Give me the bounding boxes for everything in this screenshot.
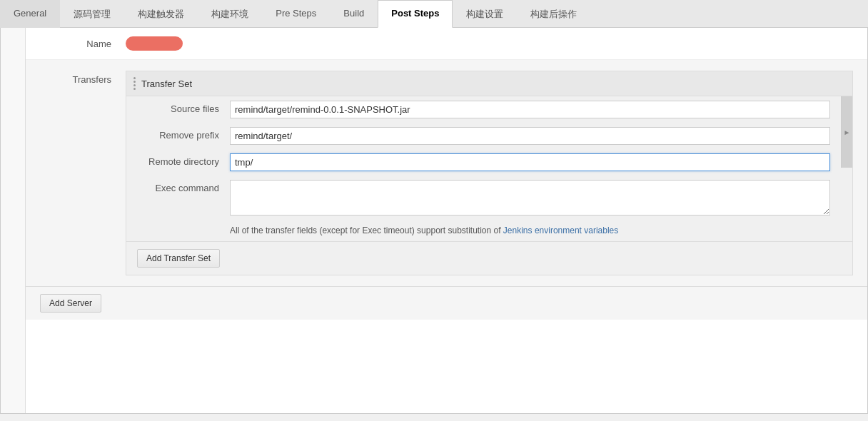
exec-command-row: Exec command bbox=[126, 176, 841, 220]
source-files-row: Source files bbox=[126, 96, 841, 123]
remove-prefix-row: Remove prefix bbox=[126, 123, 841, 149]
expand-arrow-icon[interactable]: ► bbox=[841, 96, 852, 168]
tab-build-settings[interactable]: 构建设置 bbox=[453, 0, 517, 28]
add-transfer-set-button[interactable]: Add Transfer Set bbox=[137, 249, 220, 268]
content-area: Name Transfers Transfer Set bbox=[0, 28, 868, 414]
name-row: Name bbox=[26, 28, 867, 60]
tab-build-trigger[interactable]: 构建触发器 bbox=[124, 0, 198, 28]
add-server-area: Add Server bbox=[26, 286, 867, 320]
tab-build[interactable]: Build bbox=[330, 0, 378, 28]
add-transfer-set-area: Add Transfer Set bbox=[126, 241, 852, 275]
transfer-set-header: Transfer Set bbox=[126, 71, 852, 96]
left-sidebar bbox=[1, 28, 26, 413]
tab-build-env[interactable]: 构建环境 bbox=[198, 0, 262, 28]
remote-directory-input[interactable] bbox=[230, 153, 830, 171]
jenkins-env-vars-link[interactable]: Jenkins environment variables bbox=[503, 225, 618, 235]
help-text: All of the transfer fields (except for E… bbox=[126, 220, 841, 241]
remove-prefix-label: Remove prefix bbox=[137, 127, 230, 141]
help-text-prefix: All of the transfer fields (except for E… bbox=[230, 225, 503, 235]
transfer-fields-area: Source files Remove prefix Remote direct… bbox=[126, 96, 841, 241]
main-content: Name Transfers Transfer Set bbox=[26, 28, 867, 413]
transfer-set-container: Transfer Set Source files Remove prefi bbox=[126, 71, 853, 275]
tab-source-mgmt[interactable]: 源码管理 bbox=[60, 0, 124, 28]
name-value-badge bbox=[126, 36, 183, 51]
tab-general[interactable]: General bbox=[0, 0, 60, 28]
transfers-row: Transfers Transfer Set bbox=[26, 60, 867, 286]
tab-pre-steps[interactable]: Pre Steps bbox=[262, 0, 330, 28]
remote-directory-row: Remote directory bbox=[126, 149, 841, 176]
source-files-label: Source files bbox=[137, 101, 230, 114]
transfers-label: Transfers bbox=[40, 71, 126, 275]
transfer-set-title: Transfer Set bbox=[141, 78, 192, 89]
remove-prefix-input[interactable] bbox=[230, 127, 830, 145]
tab-post-build[interactable]: 构建后操作 bbox=[517, 0, 590, 28]
drag-grip-icon bbox=[133, 77, 136, 90]
exec-command-label: Exec command bbox=[137, 180, 230, 193]
exec-command-input[interactable] bbox=[230, 180, 830, 215]
tab-post-steps[interactable]: Post Steps bbox=[378, 0, 453, 28]
source-files-input[interactable] bbox=[230, 101, 830, 118]
remote-directory-label: Remote directory bbox=[137, 153, 230, 167]
transfer-inner: Source files Remove prefix Remote direct… bbox=[126, 96, 852, 241]
tabs-bar: General 源码管理 构建触发器 构建环境 Pre Steps Build … bbox=[0, 0, 868, 28]
add-server-button[interactable]: Add Server bbox=[40, 294, 101, 313]
name-label: Name bbox=[40, 39, 126, 49]
